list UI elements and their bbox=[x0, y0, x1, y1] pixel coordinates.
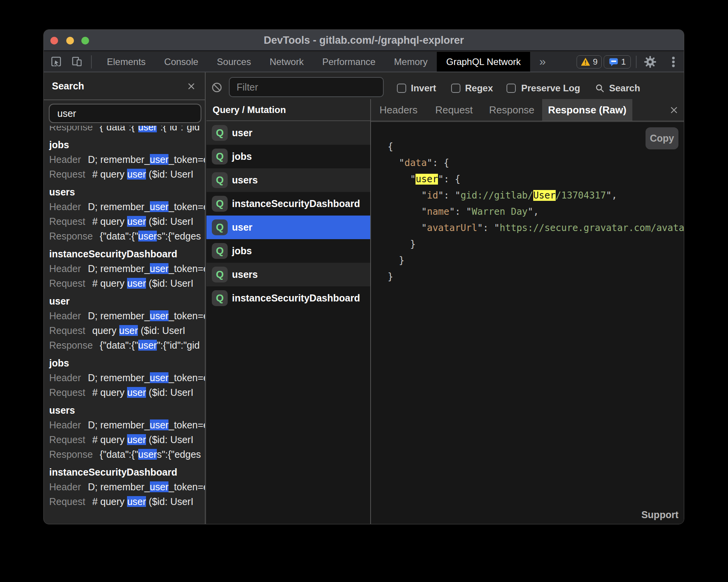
message-icon bbox=[609, 57, 618, 67]
search-result-line[interactable]: Request# query user ($id: UserI bbox=[49, 214, 206, 229]
search-result-line[interactable]: HeaderD; remember_user_token=ey bbox=[49, 370, 206, 385]
filter-placeholder: Filter bbox=[237, 78, 258, 96]
result-group-title: instanceSecurityDashboard bbox=[49, 246, 206, 261]
query-row-label: jobs bbox=[232, 145, 252, 168]
search-result-line[interactable]: HeaderD; remember_user_token=ey bbox=[49, 308, 206, 323]
query-row-jobs[interactable]: Qjobs bbox=[206, 145, 370, 168]
search-result-line[interactable]: HeaderD; remember_user_token=ey bbox=[49, 152, 206, 167]
search-result-line[interactable]: Requestquery user ($id: UserI bbox=[49, 323, 206, 338]
query-row-users[interactable]: Qusers bbox=[206, 168, 370, 192]
query-row-label: users bbox=[232, 168, 258, 192]
settings-gear-icon[interactable] bbox=[644, 55, 657, 68]
query-row-label: users bbox=[232, 263, 258, 286]
support-link[interactable]: Support bbox=[641, 509, 678, 520]
query-row-instanceSecurityDashboard[interactable]: QinstanceSecurityDashboard bbox=[206, 286, 370, 310]
search-result-line[interactable]: HeaderD; remember_user_token=ey bbox=[49, 199, 206, 214]
tab-graphql-network[interactable]: GraphQL Network bbox=[437, 52, 530, 72]
regex-checkbox[interactable] bbox=[451, 84, 460, 93]
preserve-log-label: Preserve Log bbox=[521, 84, 580, 93]
inspect-element-icon[interactable] bbox=[51, 56, 62, 67]
response-content: Copy {"data": {"user": {"id": "gid://git… bbox=[371, 122, 684, 524]
preserve-log-checkbox[interactable] bbox=[507, 84, 516, 93]
window-title: DevTools - gitlab.com/-/graphql-explorer bbox=[44, 30, 684, 50]
response-tabstrip: Headers Request Response Response (Raw) bbox=[371, 99, 684, 122]
query-row-user[interactable]: Quser bbox=[206, 121, 370, 145]
result-group-title: jobs bbox=[49, 137, 206, 152]
search-result-line[interactable]: Response{"data":{"users":{"edges bbox=[49, 447, 206, 462]
tab-elements[interactable]: Elements bbox=[98, 52, 155, 72]
query-badge: Q bbox=[212, 219, 228, 235]
search-result-line[interactable]: Response{"data":{"user":{"id":"gid bbox=[49, 338, 206, 353]
search-result-line[interactable]: Request# query user ($id: UserI bbox=[49, 385, 206, 400]
search-input-value: user bbox=[57, 104, 76, 122]
query-row-label: user bbox=[232, 121, 252, 145]
query-row-label: jobs bbox=[232, 239, 252, 263]
result-group-title: users bbox=[49, 185, 206, 199]
tab-sources[interactable]: Sources bbox=[208, 52, 260, 72]
query-row-jobs[interactable]: Qjobs bbox=[206, 239, 370, 263]
result-group-title: users bbox=[49, 403, 206, 418]
search-panel-title: Search bbox=[52, 72, 84, 99]
close-response-panel-icon[interactable] bbox=[669, 105, 679, 115]
query-mutation-header: Query / Mutation bbox=[206, 99, 370, 120]
tab-headers[interactable]: Headers bbox=[379, 99, 417, 121]
search-header-divider bbox=[44, 99, 206, 100]
search-result-line[interactable]: HeaderD; remember_user_token=ey bbox=[49, 261, 206, 276]
search-icon[interactable] bbox=[595, 84, 604, 93]
window-titlebar[interactable]: DevTools - gitlab.com/-/graphql-explorer bbox=[44, 30, 684, 51]
kebab-menu-icon[interactable] bbox=[668, 56, 679, 68]
search-result-line[interactable]: Request# query user ($id: UserI bbox=[49, 494, 206, 509]
search-result-line[interactable]: Response{"data":{"user":{"id":"gid bbox=[49, 126, 206, 134]
search-result-line[interactable]: Request# query user ($id: UserI bbox=[49, 276, 206, 291]
search-result-line[interactable]: Response{"data":{"users":{"edges bbox=[49, 229, 206, 243]
search-result-line[interactable]: Request# query user ($id: UserI bbox=[49, 167, 206, 181]
warning-icon bbox=[581, 58, 590, 66]
result-group-title: instanceSecurityDashboard bbox=[49, 465, 206, 479]
query-badge: Q bbox=[212, 196, 228, 212]
tabbar-separator bbox=[91, 55, 92, 68]
search-result-line[interactable]: HeaderD; remember_user_token=ey bbox=[49, 418, 206, 432]
query-badge: Q bbox=[212, 125, 228, 141]
left-panel-divider[interactable] bbox=[205, 72, 206, 524]
messages-count: 1 bbox=[621, 57, 626, 67]
filter-input[interactable]: Filter bbox=[229, 77, 384, 97]
invert-checkbox[interactable] bbox=[397, 84, 406, 93]
tab-request[interactable]: Request bbox=[435, 99, 473, 121]
query-badge: Q bbox=[212, 149, 228, 164]
query-row-label: user bbox=[232, 216, 252, 239]
devtools-tab-list: ElementsConsoleSourcesNetworkPerformance… bbox=[98, 52, 530, 72]
devtools-window: DevTools - gitlab.com/-/graphql-explorer… bbox=[43, 29, 684, 524]
json-view: {"data": {"user": {"id": "gid://gitlab/U… bbox=[388, 139, 684, 285]
devtools-tabbar: ElementsConsoleSourcesNetworkPerformance… bbox=[44, 52, 684, 72]
regex-label: Regex bbox=[465, 84, 493, 93]
messages-badge[interactable]: 1 bbox=[604, 55, 631, 68]
tab-response-raw[interactable]: Response (Raw) bbox=[542, 99, 632, 121]
query-badge: Q bbox=[212, 290, 228, 306]
query-row-user-selected[interactable]: Quser bbox=[206, 216, 370, 239]
query-row-label: instanceSecurityDashboard bbox=[232, 286, 360, 310]
tabbar-separator-2 bbox=[636, 56, 637, 68]
invert-label: Invert bbox=[411, 84, 436, 93]
warnings-badge[interactable]: 9 bbox=[577, 55, 602, 68]
close-search-panel-icon[interactable] bbox=[186, 81, 197, 92]
query-badge: Q bbox=[212, 243, 228, 259]
tab-response[interactable]: Response bbox=[489, 99, 534, 121]
search-result-line[interactable]: HeaderD; remember_user_token=ey bbox=[49, 479, 206, 494]
device-toolbar-icon[interactable] bbox=[71, 56, 82, 67]
search-results: Response{"data":{"user":{"id":"gidjobsHe… bbox=[44, 126, 206, 524]
toolbar-search-label[interactable]: Search bbox=[609, 84, 640, 93]
response-panel: Headers Request Response Response (Raw) … bbox=[371, 99, 684, 524]
clear-filter-icon[interactable] bbox=[211, 82, 222, 93]
tab-console[interactable]: Console bbox=[155, 52, 208, 72]
more-tabs-chevron[interactable]: » bbox=[536, 52, 549, 72]
tab-performance[interactable]: Performance bbox=[313, 52, 385, 72]
tab-memory[interactable]: Memory bbox=[385, 52, 437, 72]
query-mutation-title: Query / Mutation bbox=[213, 99, 286, 120]
search-input[interactable]: user bbox=[49, 104, 201, 123]
tab-network[interactable]: Network bbox=[260, 52, 313, 72]
query-row-users[interactable]: Qusers bbox=[206, 263, 370, 286]
search-result-line[interactable]: Request# query user ($id: UserI bbox=[49, 432, 206, 447]
query-badge: Q bbox=[212, 267, 228, 282]
result-group-title: user bbox=[49, 294, 206, 308]
query-row-instanceSecurityDashboard[interactable]: QinstanceSecurityDashboard bbox=[206, 192, 370, 216]
